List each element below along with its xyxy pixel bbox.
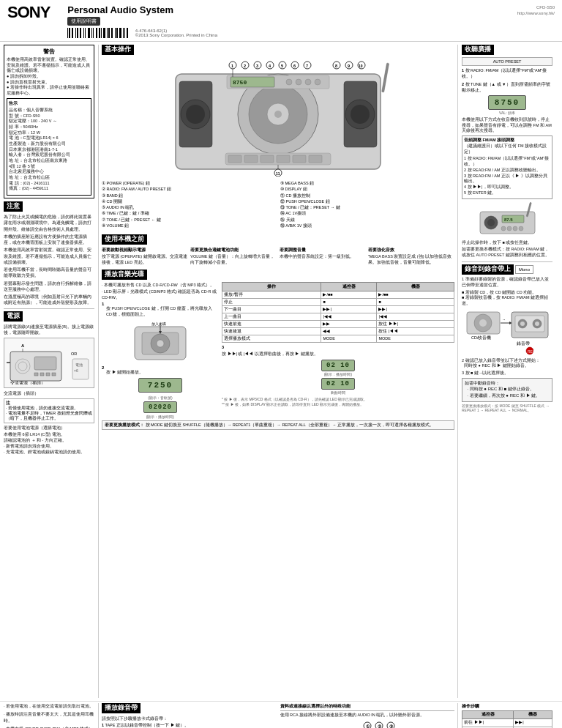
warning-content: 本機使用高效率雷射裝置。確認正常使用、安裝及維護。若不遵循指示，可能造成人員傷亡… [7,57,91,97]
sony-logo: SONY [7,4,50,21]
copyright-text: ©2013 Sony Corporation. Printed in China [135,33,217,37]
bass-note: 若要強化音效 "MEGA BASS 裝置設定成 (強) 以加強低音效果。加強低音… [368,247,454,267]
svg-point-78 [507,226,512,231]
table-row: 下一曲目 ▶▶| ▶▶| [222,306,454,313]
caution-text: 為了防止火災或觸電的危險，請勿將此裝置暴露在雨水或潮濕環境中。為避免觸電，請勿打… [4,214,94,232]
svg-text:1: 1 [231,64,233,68]
table-row: 快速後退 ◀◀ 按住 |◀◀ [222,328,454,335]
table-row: 上一曲目 |◀◀ |◀◀ [222,313,454,321]
svg-text:9: 9 [348,64,350,68]
op-header-remote: 遙控器 [321,283,377,291]
before-use-title: 使用本機之前 [102,234,147,245]
middle-column: 基本操作 [99,45,457,698]
svg-rect-6 [46,373,50,376]
op-remote: ▶▶| [321,306,377,313]
svg-text:8: 8 [335,64,337,68]
svg-text:8750: 8750 [233,79,247,86]
op-device: ▶/■■ [377,291,454,299]
svg-text:7: 7 [306,64,308,68]
op-action: 快速前進 [222,321,321,328]
svg-rect-7 [52,373,56,376]
svg-text:電池: 電池 [75,363,83,367]
cd-steps-left: · 本機可播放市售 CD 以及 CD-R/CD-RW（含 MP3 格式）。 · … [102,282,219,419]
product-url: http://www.sony.hk/ [517,10,555,16]
antenna-diagram: 87.5 [465,201,550,237]
op-action: 下一曲目 [222,306,321,313]
record-title: 錄音到錄音帶上 [462,264,514,275]
op-remote: ▶/■■ [321,291,377,299]
before-use-section: 使用本機之前 若要啟動視頻顯示電源 按下電源 (OPERATE) 鍵開啟電源。交… [102,234,454,267]
op-device: 按住 ▶▶| [377,321,454,328]
bottom-mid: 播放錄音帶 請按照以下步驟播放卡式錄音帶： 1 TAPE 正以以錄音帶控制（按一… [99,703,457,728]
right-column: 收聽廣播 AUTO PRESET 1 按 RADIO: FM/AM（以以選擇"F… [457,45,552,698]
left-column: 警告 本機使用高效率雷射裝置。確認正常使用、安裝及維護。若不遵循指示，可能造成人… [4,45,99,698]
recording-diagram: CD/收音機 → [465,308,550,356]
op-remote: |◀◀ [321,313,377,321]
svg-rect-3 [34,357,56,370]
svg-point-23 [186,105,205,124]
audio-connection-section: 資料或連接線以選擇以外的特殊功能 使用 RCA 接線將外部設備連接至本機的 AU… [280,703,455,728]
svg-rect-41 [382,63,389,92]
op-action: 停止 [222,299,321,306]
radio-title: 收聽廣播 [462,45,494,55]
svg-point-32 [305,79,311,85]
op-action: 播放/暫停 [222,291,321,299]
svg-text:A: A [21,343,25,348]
caution-section: 注意 為了防止火災或觸電的危險，請勿將此裝置暴露在雨水或潮濕環境中。為避免觸電，… [4,201,94,306]
header-product-info: Personal Audio System 使用說明書 [67,4,517,38]
controls-list-right: ⑨ MEGA BASS 鈕 ⑩ DISPLAY 鈕 ⑪ CD 播放控制 ⑫ PU… [280,180,454,229]
warning-section: 警告 本機使用高效率雷射裝置。確認正常使用、安裝及維護。若不遵循指示，可能造成人… [4,45,94,198]
svg-rect-39 [293,155,306,163]
cd-insert-diagram: 放入光碟 [131,319,190,363]
op-device: 按住 |◀◀ [377,328,454,335]
page-header: SONY Personal Audio System 使用說明書 [0,0,562,42]
op-device: MODE [377,335,454,343]
svg-text:10: 10 [359,64,363,68]
svg-text:5: 5 [281,64,283,68]
svg-point-79 [513,226,517,231]
header-model-right: CFD-S50 http://www.sony.hk/ [517,4,555,17]
svg-rect-35 [228,155,241,163]
op-action: 快速後退 [222,328,321,335]
bottom-left: · 若使用電池，在使用交流電前請先取出電池。 · 播放時請注意音量不要太大，尤其… [4,703,99,728]
svg-text:87.5: 87.5 [504,218,513,222]
ops-col-header: 遙控器 [462,711,514,719]
svg-point-77 [501,226,506,231]
op-action: 選擇播放模式 [222,335,321,343]
product-title: Personal Audio System [67,4,517,15]
power-section: 電源 請將電源線(A)連接至電源插座(B)。接上電源線後，電源隨即開啟。 [4,311,94,456]
model-badge: 使用說明書 [67,17,100,26]
controls-list-left: ① POWER (OPERATE) 鈕 ② RADIO: FM·AM / AUT… [102,180,276,229]
op-device: ■ [377,299,454,306]
svg-text:11: 11 [276,171,280,176]
svg-text:→: → [502,317,506,322]
caution-title: 注意 [4,201,23,212]
barcode [67,28,128,38]
svg-text:放入光碟: 放入光碟 [151,322,166,326]
tape-play-title: 播放錄音帶 [102,703,140,713]
cd-play-title: 播放音樂光碟 [102,270,147,280]
svg-rect-5 [40,373,44,376]
svg-point-30 [286,79,292,85]
battery-setup-note: 若要更換合適鍵電池功能 VOLUME 鍵（音量）：向上旋轉増大音量，向下旋轉減小… [190,247,277,267]
svg-text:錄音帶: 錄音帶 [517,341,530,346]
record-section: 錄音到錄音帶上 Mono 1 準備好要錄製的音源，確認錄音帶已放入並已倒帶至適當… [462,264,552,413]
cd-play-section: 播放音樂光碟 · 本機可播放市售 CD 以及 CD-R/CD-RW（含 MP3 … [102,270,454,430]
svg-text:REC: REC [528,349,536,354]
tape-play-section: 播放錄音帶 請按照以下步驟播放卡式錄音帶： 1 TAPE 正以以錄音帶控制（按一… [102,703,277,728]
svg-point-20 [274,111,282,118]
op-action: 上一曲目 [222,313,321,321]
op-device: |◀◀ [377,313,454,321]
model-number: CFD-S50 [517,4,555,10]
lcd-display-track: 7250 [138,378,182,393]
op-remote: ▶▶ [321,321,377,328]
operation-table: 操作 遙控器 機器 播放/暫停 ▶/■■ ▶/■■ [222,282,454,343]
svg-point-26 [351,105,370,124]
power-title: 電源 [4,311,23,322]
volume-note: 若要調整音量 本機中的聲音系統設定：第一級別低。 [280,247,366,267]
table-row: 播放/暫停 ▶/■■ ▶/■■ [222,291,454,299]
svg-text:OR: OR [71,352,77,356]
table-row: 前往 ▶▶| ▶▶| [462,719,552,727]
sony-logo-area: SONY [7,4,60,21]
svg-point-69 [157,340,164,347]
